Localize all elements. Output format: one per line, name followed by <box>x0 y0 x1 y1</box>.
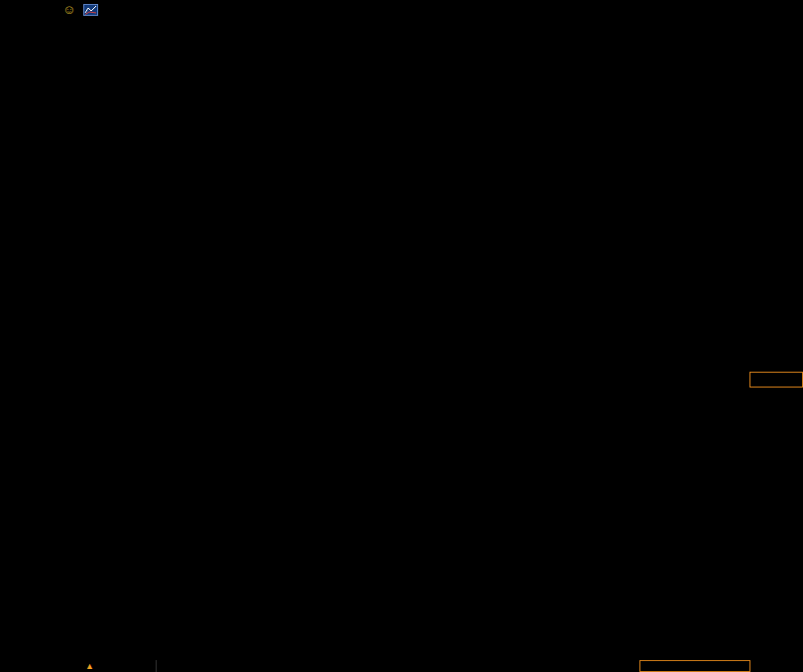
indicator-chart-icon[interactable] <box>83 4 98 16</box>
current-date-label <box>639 660 750 672</box>
chart-canvas[interactable] <box>0 0 803 672</box>
dropdown-arrow-icon[interactable]: ▲ <box>85 661 94 672</box>
smiley-icon[interactable]: ☺ <box>62 2 75 17</box>
bottom-bar: ▲ <box>0 660 803 672</box>
trading-chart-app: ☺ ▲ <box>0 0 803 672</box>
bottom-bar-divider <box>156 660 157 672</box>
